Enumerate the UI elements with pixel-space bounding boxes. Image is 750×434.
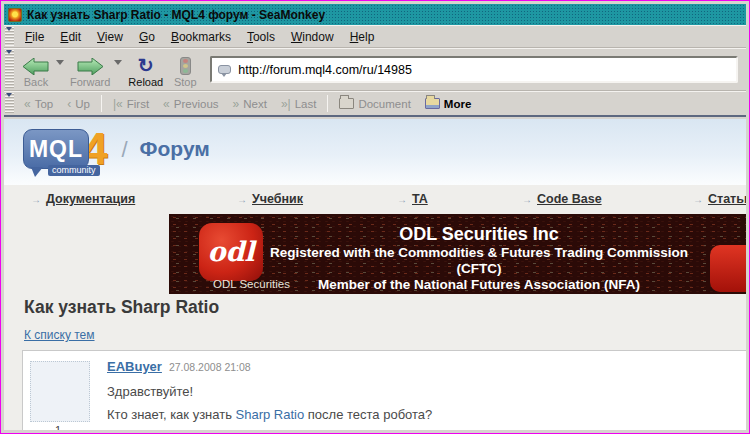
arrow-icon: → [31,194,41,205]
stop-label: Stop [174,76,197,88]
banner-red-chip [710,245,746,292]
post-timestamp: 27.08.2008 21:08 [169,361,251,373]
menu-file[interactable]: File [17,27,52,47]
page-header: MQL community 4 / Форум [4,119,746,185]
banner-headline: ODL Securities Inc [259,224,699,245]
toolbar-grippy[interactable] [5,93,14,114]
toolbar-grippy[interactable] [5,50,14,89]
url-input[interactable] [238,63,730,77]
sitenav-previous-button[interactable]: « Previous [156,96,225,112]
first-icon: |« [113,99,123,109]
forum-post: 1 EABuyer 27.08.2008 21:08 Здравствуйте!… [22,350,746,430]
avatar [30,361,90,422]
menu-bookmarks[interactable]: Bookmarks [163,27,239,47]
url-bar[interactable] [210,56,738,83]
toolbar-separator [101,95,102,112]
toolbar-separator [327,95,328,112]
next-icon: » [233,99,240,109]
site-navigation-bar: « Top ‹ Up |« First « Previous » Next »|… [4,91,746,117]
banner-text: ODL Securities Inc Registered with the C… [259,224,699,293]
sitenav-top-button[interactable]: « Top [17,96,60,112]
back-icon [23,58,49,75]
nav-link-articles[interactable]: → Статьи [693,192,746,206]
menu-tools[interactable]: Tools [239,27,283,47]
nav-link-documentation[interactable]: → Документация [31,192,135,206]
navigation-toolbar: Back Forward ↻ Reload Stop [4,48,746,91]
document-folder-icon [339,98,354,109]
back-button[interactable]: Back [17,51,55,89]
reload-button[interactable]: ↻ Reload [125,51,166,89]
post-header: EABuyer 27.08.2008 21:08 [107,359,251,374]
document-label: Document [358,98,410,110]
page-proxy-icon[interactable] [218,65,231,74]
nav-link-codebase[interactable]: → Code Base [522,192,602,206]
menu-window[interactable]: Window [283,27,342,47]
menu-help[interactable]: Help [342,27,383,47]
logo-community-text: community [48,165,100,176]
back-label: Back [24,76,48,88]
top-label: Top [35,98,54,110]
top-icon: « [24,99,31,109]
sitenav-document-button[interactable]: Document [332,96,417,112]
reload-label: Reload [128,76,163,88]
mql4-logo[interactable]: MQL community 4 / Форум [23,129,210,169]
back-dropdown-icon[interactable] [56,60,64,65]
page-body: → Документация → Учебник → TA → Code Bas… [4,185,746,430]
arrow-icon: → [397,194,407,205]
section-title-forum: Форум [140,137,210,161]
more-folder-icon [425,98,440,109]
odl-securities-banner-ad[interactable]: odl ODL Securities ODL Securities Inc Re… [169,214,746,294]
arrow-icon: → [522,194,532,205]
back-to-topics-link[interactable]: К списку тем [24,328,95,342]
sitenav-first-button[interactable]: |« First [106,96,156,112]
up-icon: ‹ [67,99,71,109]
menu-go[interactable]: Go [131,27,163,47]
nav-link-tutorial[interactable]: → Учебник [237,192,303,206]
titlebar[interactable]: Как узнать Sharp Ratio - MQL4 форум - Se… [4,4,746,25]
window-title: Как узнать Sharp Ratio - MQL4 форум - Se… [27,8,325,22]
logo-mql-text: MQL [29,136,83,162]
browser-window: Как узнать Sharp Ratio - MQL4 форум - Se… [1,1,749,433]
menu-view[interactable]: View [89,27,131,47]
stop-button[interactable]: Stop [166,51,204,89]
forward-button[interactable]: Forward [67,51,113,89]
forward-label: Forward [70,76,110,88]
stop-icon [180,57,191,75]
first-label: First [127,98,149,110]
post-body: Кто знает, как узнать Sharp Ratio после … [107,407,432,422]
mql-logo-bubble: MQL community [23,129,89,169]
menubar: File Edit View Go Bookmarks Tools Window… [4,25,746,48]
last-label: Last [295,98,317,110]
sharp-ratio-link[interactable]: Sharp Ratio [236,407,305,422]
odl-logo: odl [199,223,263,281]
post-number: 1 [55,424,61,430]
banner-line-nfa: Member of the National Futures Associati… [259,277,699,293]
forward-dropdown-icon[interactable] [114,60,122,65]
menu-edit[interactable]: Edit [52,27,89,47]
previous-label: Previous [174,98,219,110]
sitenav-more-button[interactable]: More [418,96,478,112]
seamonkey-app-icon [8,8,22,22]
browser-content: MQL community 4 / Форум → Документация →… [4,119,746,430]
toolbar-grippy[interactable] [5,27,14,46]
sitenav-up-button[interactable]: ‹ Up [60,96,97,112]
sitenav-last-button[interactable]: »| Last [274,96,324,112]
nav-link-ta[interactable]: → TA [397,192,428,206]
forward-icon [77,58,103,75]
previous-icon: « [163,99,170,109]
reload-icon: ↻ [138,57,154,75]
arrow-icon: → [693,194,703,205]
more-label: More [444,98,471,110]
up-label: Up [75,98,90,110]
sitenav-next-button[interactable]: » Next [226,96,274,112]
last-icon: »| [281,99,291,109]
post-greeting: Здравствуйте! [107,384,193,399]
author-link[interactable]: EABuyer [107,359,162,374]
banner-line-cftc: Registered with the Commodities & Future… [259,245,699,277]
next-label: Next [243,98,267,110]
arrow-icon: → [237,194,247,205]
thread-title: Как узнать Sharp Ratio [24,297,219,318]
logo-slash: / [121,137,127,163]
